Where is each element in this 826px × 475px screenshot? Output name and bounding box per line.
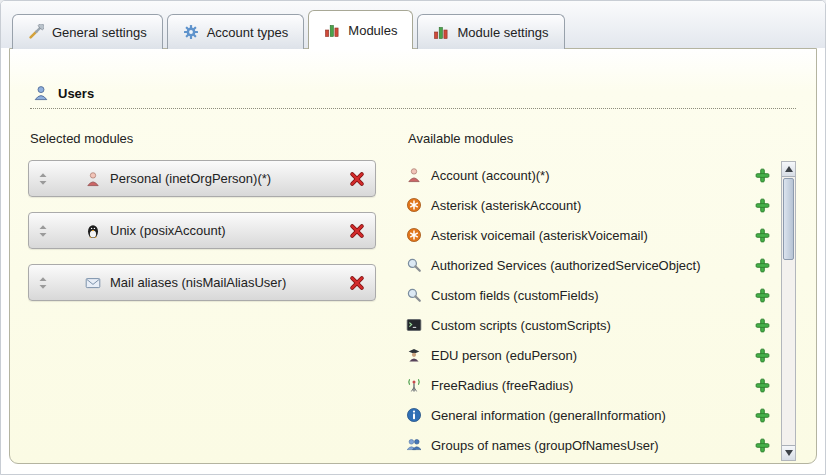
add-module-button[interactable]	[755, 198, 770, 213]
selected-module-row[interactable]: Personal (inetOrgPerson)(*)	[28, 160, 376, 197]
drag-handle-icon[interactable]	[37, 171, 49, 187]
radio-icon	[406, 377, 422, 393]
add-module-button[interactable]	[755, 378, 770, 393]
chart-icon	[433, 24, 449, 40]
arrow-up-icon	[785, 166, 793, 172]
tab-label: Account types	[207, 25, 289, 40]
add-module-button[interactable]	[755, 348, 770, 363]
available-module-label: Asterisk (asteriskAccount)	[431, 198, 581, 213]
tab-label: Modules	[348, 23, 397, 38]
tab-general-settings[interactable]: General settings	[12, 14, 163, 49]
penguin-icon	[85, 223, 101, 239]
remove-module-button[interactable]	[349, 171, 365, 187]
remove-module-button[interactable]	[349, 275, 365, 291]
add-module-button[interactable]	[755, 318, 770, 333]
selected-module-row[interactable]: Mail aliases (nisMailAliasUser)	[28, 264, 376, 301]
selected-modules-column: Selected modules Personal (inetOrgPerson…	[28, 131, 390, 460]
person-icon	[406, 167, 422, 183]
available-module-label: Asterisk voicemail (asteriskVoicemail)	[431, 228, 648, 243]
add-module-button[interactable]	[755, 228, 770, 243]
gear-icon	[183, 24, 199, 40]
available-module-row: Custom scripts (customScripts)	[406, 310, 770, 340]
available-module-label: FreeRadius (freeRadius)	[431, 378, 573, 393]
available-module-row: Custom fields (customFields)	[406, 280, 770, 310]
tab-bar: General settingsAccount typesModulesModu…	[12, 10, 569, 48]
section-title: Users	[58, 86, 94, 101]
available-module-label: Custom fields (customFields)	[431, 288, 599, 303]
add-module-button[interactable]	[755, 288, 770, 303]
chart-icon	[324, 22, 340, 38]
tab-label: General settings	[52, 25, 147, 40]
add-module-button[interactable]	[755, 438, 770, 453]
available-modules-column: Available modules Account (account)(*)As…	[406, 131, 796, 460]
drag-handle-icon[interactable]	[37, 275, 49, 291]
available-module-row: Authorized Services (authorizedServiceOb…	[406, 250, 770, 280]
arrow-down-icon	[785, 450, 793, 456]
lam-configuration-window: General settingsAccount typesModulesModu…	[0, 0, 826, 475]
available-module-row: Asterisk (asteriskAccount)	[406, 190, 770, 220]
add-module-button[interactable]	[755, 168, 770, 183]
scroll-up-button[interactable]	[782, 162, 795, 177]
script-icon	[406, 317, 422, 333]
available-module-label: EDU person (eduPerson)	[431, 348, 577, 363]
person-icon	[85, 171, 101, 187]
edu-icon	[406, 347, 422, 363]
wrench-icon	[28, 24, 44, 40]
group-icon	[406, 437, 422, 453]
tab-account-types[interactable]: Account types	[167, 14, 305, 49]
available-module-row: Asterisk voicemail (asteriskVoicemail)	[406, 220, 770, 250]
modules-panel: Users Selected modules Personal (inetOrg…	[9, 48, 817, 464]
available-module-row: Groups of names (groupOfNamesUser)	[406, 430, 770, 460]
selected-modules-list: Personal (inetOrgPerson)(*)Unix (posixAc…	[28, 160, 390, 301]
selected-module-label: Unix (posixAccount)	[110, 223, 226, 238]
available-module-label: General information (generalInformation)	[431, 408, 666, 423]
selected-module-label: Personal (inetOrgPerson)(*)	[110, 171, 271, 186]
tab-strip: General settingsAccount typesModulesModu…	[1, 1, 825, 48]
add-module-button[interactable]	[755, 258, 770, 273]
module-columns: Selected modules Personal (inetOrgPerson…	[10, 109, 816, 460]
available-module-row: EDU person (eduPerson)	[406, 340, 770, 370]
available-module-label: Custom scripts (customScripts)	[431, 318, 611, 333]
available-module-row: Account (account)(*)	[406, 160, 770, 190]
available-module-label: Authorized Services (authorizedServiceOb…	[431, 258, 701, 273]
users-section-heading: Users	[30, 85, 796, 109]
available-module-label: Groups of names (groupOfNamesUser)	[431, 438, 659, 453]
available-modules-list: Account (account)(*)Asterisk (asteriskAc…	[406, 160, 770, 460]
info-icon	[406, 407, 422, 423]
asterisk-icon	[406, 227, 422, 243]
user-icon	[33, 85, 49, 101]
selected-module-row[interactable]: Unix (posixAccount)	[28, 212, 376, 249]
selected-module-label: Mail aliases (nisMailAliasUser)	[110, 275, 286, 290]
remove-module-button[interactable]	[349, 223, 365, 239]
available-module-label: Account (account)(*)	[431, 168, 550, 183]
magnifier-icon	[406, 287, 422, 303]
tab-modules[interactable]: Modules	[308, 10, 413, 49]
magnifier-icon	[406, 257, 422, 273]
scrollbar-thumb[interactable]	[783, 178, 794, 260]
available-modules-scrollbar[interactable]	[781, 161, 796, 461]
drag-handle-icon[interactable]	[37, 223, 49, 239]
tab-module-settings[interactable]: Module settings	[417, 14, 564, 49]
mail-icon	[85, 275, 101, 291]
tab-label: Module settings	[457, 25, 548, 40]
selected-modules-heading: Selected modules	[30, 131, 390, 146]
add-module-button[interactable]	[755, 408, 770, 423]
scroll-down-button[interactable]	[782, 445, 795, 460]
available-module-row: General information (generalInformation)	[406, 400, 770, 430]
available-modules-heading: Available modules	[408, 131, 796, 146]
asterisk-icon	[406, 197, 422, 213]
available-module-row: FreeRadius (freeRadius)	[406, 370, 770, 400]
